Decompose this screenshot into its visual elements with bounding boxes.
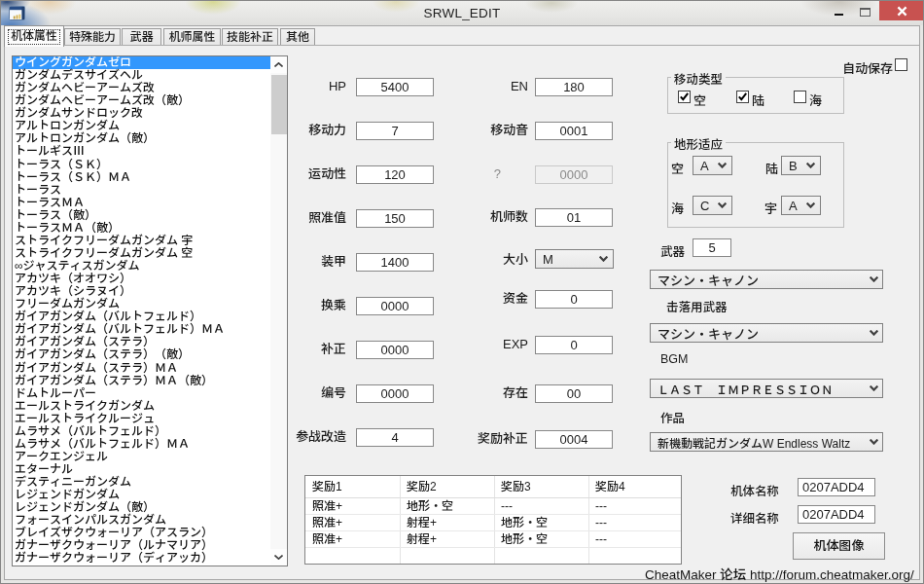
list-item[interactable]: ムラサメ（バルトフェルド）	[13, 425, 270, 438]
bgm-combobox[interactable]: ＬＡＳＴ ＩＭＰＲＥＳＳＩＯＮ	[650, 379, 883, 398]
list-item[interactable]: ガイアガンダム（ステラ）ＭＡ（敵）	[13, 375, 270, 387]
field-input-照准值[interactable]: 150	[356, 209, 434, 228]
field-label-?: ?	[404, 166, 501, 182]
list-item[interactable]: ストライクフリーダムガンダム 宇	[13, 235, 270, 247]
list-item[interactable]: トーラス（敵）	[13, 209, 270, 222]
table-header-line	[305, 497, 681, 498]
bonus-cell: 地形・空	[494, 531, 548, 548]
terrain-combobox-3[interactable]: A	[781, 196, 821, 215]
bonus-cell: 照准+	[305, 515, 342, 531]
field-label-大小: 大小	[431, 252, 528, 268]
chevron-up-icon	[274, 62, 283, 67]
bonus-cell	[400, 548, 407, 565]
field-input-移动力[interactable]: 7	[356, 122, 434, 140]
tab-skill-correction[interactable]: 技能补正	[222, 28, 278, 46]
series-combobox[interactable]: 新機動戦記ガンダムW Endless Waltz	[650, 432, 883, 452]
chevron-down-icon	[718, 202, 727, 208]
bonus-cell: ---	[588, 498, 607, 515]
field-input-奖励补正[interactable]: 0004	[535, 430, 613, 449]
size-combobox[interactable]: M	[535, 249, 614, 269]
field-input-换乘[interactable]: 0000	[356, 297, 434, 315]
close-icon	[897, 6, 907, 17]
list-item[interactable]: ムラサメ（バルトフェルド）ＭＡ	[13, 438, 270, 451]
terrain-title: 地形适应	[671, 134, 726, 153]
bonus-cell: 射程+	[400, 515, 437, 531]
field-label-移动力: 移动力	[249, 123, 346, 138]
field-input-移动音[interactable]: 0001	[535, 122, 613, 140]
field-input-机师数[interactable]: 01	[535, 208, 613, 227]
tab-pilot-attributes[interactable]: 机师属性	[163, 28, 221, 46]
list-item[interactable]: ガイアガンダム（ステラ）（敵）	[13, 348, 270, 361]
weapon-count-input[interactable]: 5	[693, 238, 731, 257]
field-input-存在[interactable]: 00	[535, 384, 613, 403]
detail-name-input[interactable]: 0207ADD4	[798, 505, 875, 524]
terrain-label: 海	[671, 199, 684, 217]
list-item[interactable]: トーラス	[13, 184, 270, 197]
chevron-down-icon	[806, 202, 815, 208]
field-input-补正[interactable]: 0000	[356, 341, 434, 359]
move-type-checkbox-2[interactable]	[794, 91, 806, 103]
unit-listbox[interactable]: ウイングガンダムゼロ ガンダムデスサイズヘル ガンダムヘビーアームズ改 ガンダム…	[12, 55, 288, 566]
bonus-header: 奖励2	[400, 476, 437, 498]
tab-weapons[interactable]: 武器	[122, 28, 161, 46]
field-input-资金[interactable]: 0	[535, 290, 613, 309]
shootdown-combobox[interactable]: マシン・キャノン	[650, 323, 883, 343]
window-title: SRWL_EDIT	[1, 6, 923, 20]
tab-special-abilities[interactable]: 特殊能力	[64, 28, 121, 46]
field-input-HP[interactable]: 5400	[356, 78, 434, 96]
tab-focus-rect	[8, 29, 60, 45]
list-item[interactable]: トールギスⅢ	[13, 145, 270, 158]
field-input-参战改造[interactable]: 4	[356, 428, 434, 447]
field-label-编号: 编号	[249, 385, 346, 401]
terrain-combobox-1[interactable]: B	[781, 156, 821, 175]
tab-unit-attributes[interactable]: 机体属性	[4, 25, 64, 47]
combo-value: B	[789, 157, 798, 174]
list-item[interactable]: トーラス（ＳＫ）	[13, 159, 270, 171]
move-type-checkbox-0[interactable]	[678, 91, 691, 103]
field-label-照准值: 照准值	[249, 210, 346, 226]
field-label-装甲: 装甲	[249, 254, 346, 270]
chevron-down-icon	[806, 163, 815, 168]
move-type-checkbox-1[interactable]	[736, 91, 749, 103]
bgm-label: BGM	[660, 352, 688, 366]
field-input-EXP[interactable]: 0	[535, 336, 613, 354]
field-label-EXP: EXP	[431, 337, 528, 352]
tab-other[interactable]: 其他	[280, 28, 315, 46]
title-bar[interactable]: SRWL_EDIT	[1, 1, 923, 25]
unit-name-input[interactable]: 0207ADD4	[798, 478, 875, 496]
maximize-button[interactable]	[860, 8, 871, 17]
list-item[interactable]: トーラス（ＳＫ）ＭＡ	[13, 171, 270, 184]
list-item[interactable]: トーラスＭＡ	[13, 197, 270, 209]
field-input-EN[interactable]: 180	[535, 78, 613, 96]
close-button[interactable]	[879, 1, 924, 20]
terrain-combobox-2[interactable]: C	[693, 196, 732, 215]
list-item[interactable]: ガナーザクウォーリア（ディアッカ）	[13, 552, 270, 565]
combo-value: マシン・キャノン	[657, 324, 759, 342]
unit-name-label: 机体名称	[730, 481, 779, 499]
list-item[interactable]: エールストライクガンダム	[13, 400, 270, 413]
bonus-cell: 照准+	[305, 498, 342, 515]
shootdown-label: 击落用武器	[666, 297, 728, 315]
unit-image-button[interactable]: 机体图像	[793, 532, 885, 560]
field-label-补正: 补正	[249, 342, 346, 357]
scroll-up-button[interactable]	[270, 56, 287, 73]
combo-value: 新機動戦記ガンダムW Endless Waltz	[657, 433, 850, 451]
field-input-编号[interactable]: 0000	[356, 384, 434, 403]
field-label-存在: 存在	[431, 385, 528, 401]
autosave-checkbox[interactable]	[895, 58, 907, 71]
field-input-?[interactable]: 0000	[535, 165, 613, 184]
list-item[interactable]: エールストライクルージュ	[13, 413, 270, 425]
weapon-combobox[interactable]: マシン・キャノン	[650, 270, 883, 289]
bonus-table[interactable]: 奖励1 奖励2 奖励3 奖励4 照准+ 地形・空 --- --- 照准+ 射程+…	[304, 475, 682, 565]
list-item[interactable]: トーラスＭＡ（敵）	[13, 222, 270, 235]
terrain-combobox-0[interactable]: A	[693, 156, 732, 175]
list-item[interactable]: ガイアガンダム（ステラ）ＭＡ	[13, 362, 270, 375]
bonus-cell: ---	[588, 515, 607, 531]
field-input-装甲[interactable]: 1400	[356, 253, 434, 272]
field-label-机师数: 机师数	[431, 209, 528, 225]
minimize-button[interactable]	[824, 12, 844, 19]
list-item[interactable]: ドムトルーパー	[13, 387, 270, 400]
combo-value: ＬＡＳＴ ＩＭＰＲＥＳＳＩＯＮ	[657, 380, 833, 397]
series-label: 作品	[660, 408, 685, 426]
scroll-down-button[interactable]	[270, 549, 287, 566]
